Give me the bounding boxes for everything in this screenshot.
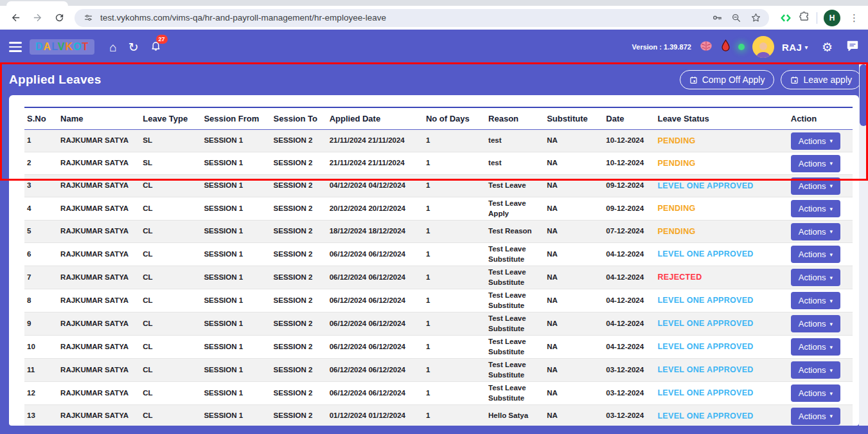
cell-no-of-days: 1 (423, 130, 486, 152)
comp-off-apply-button[interactable]: Comp Off Apply (680, 70, 775, 89)
actions-button[interactable]: Actions ▾ (791, 292, 840, 309)
cell-reason: Test Leave Substitute (486, 382, 544, 405)
table-row: 2 RAJKUMAR SATYA SL SESSION 1 SESSION 2 … (24, 152, 853, 175)
blood-drop-icon[interactable] (721, 39, 731, 55)
cell-leave-type: CL (140, 197, 201, 221)
code-extension-icon[interactable] (779, 13, 792, 23)
cell-reason: Test Leave Apply (486, 197, 544, 221)
chat-icon[interactable] (846, 40, 859, 54)
cell-session-to: SESSION 2 (271, 405, 327, 426)
extensions-puzzle-icon[interactable] (799, 11, 810, 25)
cell-substitute: NA (544, 405, 603, 426)
actions-button-label: Actions (799, 273, 826, 282)
cell-no-of-days: 1 (423, 175, 486, 197)
url-text[interactable]: test.vykohms.com/vims-qa/hr-and-payroll-… (100, 13, 705, 23)
column-header: Date (603, 107, 655, 130)
cell-leave-type: CL (140, 359, 201, 382)
password-key-icon[interactable] (710, 11, 724, 25)
leave-apply-label: Leave apply (803, 75, 852, 85)
actions-caret-icon: ▾ (829, 390, 833, 397)
cell-session-from: SESSION 1 (201, 359, 270, 382)
page-content: Applied Leaves Comp Off Apply Leave appl… (0, 64, 868, 434)
cell-date: 04-12-2024 (603, 336, 655, 359)
leave-status: LEVEL ONE APPROVED (657, 319, 753, 328)
head-actions: Comp Off Apply Leave apply (680, 70, 862, 89)
cell-leave-type: CL (140, 312, 201, 336)
back-icon[interactable] (6, 9, 24, 27)
bookmark-star-icon[interactable] (748, 11, 763, 25)
browser-profile-avatar[interactable]: H (824, 10, 840, 26)
table-row: 12 RAJKUMAR SATYA CL SESSION 1 SESSION 2… (24, 382, 853, 405)
notifications-bell-icon[interactable]: 27 (150, 40, 161, 54)
browser-menu-icon[interactable]: ⋮ (847, 12, 862, 24)
actions-button[interactable]: Actions ▾ (791, 132, 840, 150)
cell-session-from: SESSION 1 (201, 266, 270, 289)
actions-button[interactable]: Actions ▾ (791, 200, 840, 217)
cell-name: RAJKUMAR SATYA (58, 197, 140, 221)
actions-button[interactable]: Actions ▾ (791, 384, 840, 402)
cell-applied-date: 01/12/2024 01/12/2024 (327, 405, 423, 426)
site-info-icon[interactable] (81, 11, 95, 25)
reload-icon[interactable] (50, 9, 68, 27)
cell-session-from: SESSION 1 (201, 243, 270, 266)
forward-icon[interactable] (28, 9, 46, 27)
active-tab[interactable] (6, 1, 68, 6)
cell-date: 10-12-2024 (603, 130, 655, 152)
cell-substitute: NA (544, 152, 603, 175)
cell-applied-date: 06/12/2024 06/12/2024 (327, 289, 423, 312)
actions-button[interactable]: Actions ▾ (791, 223, 840, 240)
actions-caret-icon: ▾ (829, 160, 833, 167)
cell-session-from: SESSION 1 (201, 382, 270, 405)
brand-letter: O (73, 41, 82, 52)
actions-button[interactable]: Actions ▾ (791, 408, 840, 425)
actions-button[interactable]: Actions ▾ (791, 177, 840, 195)
actions-button[interactable]: Actions ▾ (791, 338, 840, 356)
actions-button[interactable]: Actions ▾ (791, 155, 840, 172)
cell-reason: test (486, 152, 544, 175)
brain-icon[interactable] (699, 40, 713, 55)
cell-substitute: NA (544, 266, 603, 289)
header-right: Version : 1.39.872 RAJ ▾ ⚙ (632, 36, 859, 58)
cell-name: RAJKUMAR SATYA (58, 312, 140, 336)
cell-session-to: SESSION 2 (271, 312, 327, 336)
home-icon[interactable]: ⌂ (109, 41, 116, 53)
cell-session-to: SESSION 2 (271, 289, 327, 312)
user-avatar[interactable] (752, 36, 774, 58)
actions-button[interactable]: Actions ▾ (791, 315, 840, 332)
scrollbar-track[interactable] (859, 64, 868, 426)
comp-off-apply-label: Comp Off Apply (702, 75, 765, 85)
settings-gear-icon[interactable]: ⚙ (822, 41, 833, 53)
user-menu[interactable]: RAJ ▾ (782, 42, 808, 53)
cell-name: RAJKUMAR SATYA (58, 243, 140, 266)
table-row: 8 RAJKUMAR SATYA CL SESSION 1 SESSION 2 … (24, 289, 853, 312)
address-bar[interactable]: test.vykohms.com/vims-qa/hr-and-payroll-… (75, 9, 769, 27)
cell-applied-date: 21/11/2024 21/11/2024 (327, 130, 423, 152)
actions-button-label: Actions (799, 342, 826, 352)
sync-icon[interactable]: ↻ (128, 41, 139, 53)
leave-status: LEVEL ONE APPROVED (657, 342, 753, 351)
menu-icon[interactable] (9, 42, 22, 52)
actions-caret-icon: ▾ (829, 413, 833, 419)
cell-no-of-days: 1 (423, 312, 486, 336)
leave-apply-button[interactable]: Leave apply (781, 70, 862, 89)
actions-button[interactable]: Actions ▾ (791, 361, 840, 379)
actions-button[interactable]: Actions ▾ (791, 246, 840, 263)
table-header-row: S.NoNameLeave TypeSession FromSession To… (24, 107, 853, 130)
cell-applied-date: 21/11/2024 21/11/2024 (327, 152, 423, 175)
cell-session-to: SESSION 2 (271, 152, 327, 175)
actions-caret-icon: ▾ (829, 138, 833, 144)
actions-button[interactable]: Actions ▾ (791, 269, 840, 286)
cell-substitute: NA (544, 289, 603, 312)
cell-substitute: NA (544, 175, 603, 197)
cell-reason: Test Reason (486, 221, 544, 243)
scrollbar-thumb[interactable] (860, 64, 867, 126)
cell-date: 09-12-2024 (603, 197, 655, 221)
cell-sno: 12 (24, 382, 58, 405)
cell-no-of-days: 1 (423, 243, 486, 266)
brand-logo[interactable]: DALVKOT (30, 39, 94, 55)
cell-leave-type: CL (140, 221, 201, 243)
cell-substitute: NA (544, 336, 603, 359)
cell-no-of-days: 1 (423, 359, 486, 382)
zoom-out-icon[interactable] (729, 11, 743, 25)
actions-caret-icon: ▾ (829, 275, 833, 281)
